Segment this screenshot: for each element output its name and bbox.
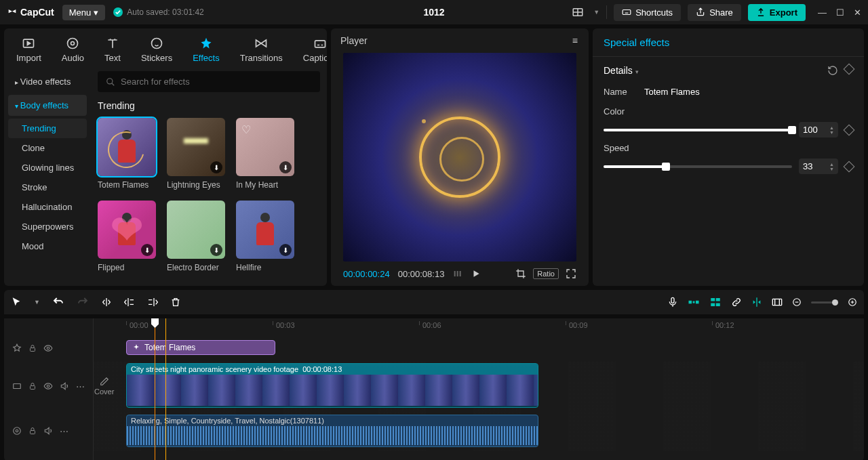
speed-value-input[interactable]: 33 ▲▼ bbox=[799, 159, 838, 174]
play-button[interactable] bbox=[471, 269, 481, 278]
effect-item[interactable]: ⬇Lightning Eyes bbox=[167, 118, 225, 190]
maximize-button[interactable]: ☐ bbox=[836, 7, 844, 18]
video-track[interactable]: City streets night panoramic scenery vid… bbox=[94, 362, 864, 411]
effect-item[interactable]: ⬇Hellfire bbox=[236, 201, 294, 272]
lib-tab-audio[interactable]: Audio bbox=[54, 34, 92, 66]
mic-icon[interactable] bbox=[667, 297, 678, 308]
eye-icon[interactable] bbox=[43, 381, 53, 391]
shortcuts-button[interactable]: Shortcuts bbox=[614, 4, 681, 21]
delete-tool[interactable] bbox=[170, 297, 181, 308]
lib-tab-stickers[interactable]: Stickers bbox=[133, 34, 180, 66]
color-slider[interactable] bbox=[604, 129, 792, 131]
category-body-effects[interactable]: Body effects bbox=[8, 95, 87, 116]
preview-axis-icon[interactable] bbox=[751, 297, 762, 308]
stepper-arrows[interactable]: ▲▼ bbox=[829, 125, 834, 135]
undo-button[interactable] bbox=[52, 296, 64, 308]
video-clip-name: City streets night panoramic scenery vid… bbox=[131, 365, 298, 373]
subcat-trending[interactable]: Trending bbox=[8, 119, 87, 138]
audio-track-icon[interactable] bbox=[12, 426, 22, 436]
subcat-hallucination[interactable]: Hallucination bbox=[8, 197, 87, 217]
star-icon[interactable] bbox=[12, 343, 22, 353]
pointer-tool[interactable] bbox=[11, 297, 22, 308]
zoom-in-icon[interactable] bbox=[848, 297, 857, 307]
linkage-icon[interactable] bbox=[731, 297, 742, 308]
subcat-clone[interactable]: Clone bbox=[8, 138, 87, 158]
category-video-effects[interactable]: Video effects bbox=[8, 71, 87, 92]
fullscreen-icon[interactable] bbox=[566, 268, 576, 279]
lib-tab-transitions[interactable]: Transitions bbox=[232, 34, 291, 66]
audio-track[interactable]: Relaxing, Simple, Countryside, Travel, N… bbox=[94, 411, 864, 451]
mute-icon[interactable] bbox=[60, 381, 69, 391]
subcat-stroke[interactable]: Stroke bbox=[8, 177, 87, 197]
export-button[interactable]: Export bbox=[748, 4, 806, 21]
lib-tab-text[interactable]: Text bbox=[96, 34, 129, 66]
svg-rect-13 bbox=[689, 301, 692, 304]
download-icon[interactable]: ⬇ bbox=[210, 161, 222, 173]
menu-button[interactable]: Menu ▾ bbox=[62, 5, 106, 20]
ratio-button[interactable]: Ratio bbox=[533, 268, 559, 279]
audio-clip[interactable]: Relaxing, Simple, Countryside, Travel, N… bbox=[126, 415, 538, 447]
video-track-icon[interactable] bbox=[12, 381, 22, 391]
download-icon[interactable]: ⬇ bbox=[141, 244, 153, 256]
project-title[interactable]: 1012 bbox=[423, 7, 444, 18]
player-menu-icon[interactable]: ≡ bbox=[572, 35, 579, 46]
video-clip[interactable]: City streets night panoramic scenery vid… bbox=[126, 363, 538, 408]
effect-item[interactable]: ⬇Electro Border bbox=[167, 201, 225, 272]
video-preview[interactable] bbox=[343, 53, 576, 262]
subcat-mood[interactable]: Mood bbox=[8, 236, 87, 256]
effect-thumb: ⬇ bbox=[167, 201, 225, 259]
download-icon[interactable]: ⬇ bbox=[279, 161, 292, 173]
keyframe-icon[interactable] bbox=[844, 124, 855, 135]
color-value-input[interactable]: 100 ▲▼ bbox=[799, 122, 838, 138]
eye-icon[interactable] bbox=[43, 343, 53, 353]
lib-tab-effects[interactable]: Effects bbox=[184, 34, 228, 66]
split-tool[interactable] bbox=[101, 297, 112, 308]
details-toggle[interactable]: Details ▾ bbox=[604, 65, 639, 76]
chevron-down-icon[interactable]: ▼ bbox=[593, 9, 599, 16]
more-icon[interactable]: ⋯ bbox=[76, 381, 85, 392]
lib-tab-import[interactable]: Import bbox=[8, 34, 50, 66]
keyframe-icon[interactable] bbox=[844, 161, 855, 172]
tab-label: Captions bbox=[303, 53, 327, 63]
lock-icon[interactable] bbox=[28, 427, 37, 435]
reset-icon[interactable] bbox=[827, 65, 838, 76]
zoom-out-icon[interactable] bbox=[792, 297, 802, 307]
lock-icon[interactable] bbox=[28, 344, 37, 352]
search-field[interactable] bbox=[121, 77, 312, 87]
time-ruler[interactable]: 00:0000:0300:0600:0900:12 bbox=[94, 318, 864, 335]
autosave-text: Auto saved: 03:01:42 bbox=[127, 7, 203, 17]
download-icon[interactable]: ⬇ bbox=[210, 244, 222, 256]
zoom-slider[interactable] bbox=[811, 301, 838, 304]
search-input[interactable] bbox=[98, 71, 320, 92]
subcat-glowing-lines[interactable]: Glowing lines bbox=[8, 158, 87, 177]
close-button[interactable]: ✕ bbox=[854, 7, 861, 18]
playhead[interactable] bbox=[155, 318, 155, 460]
effect-item[interactable]: ⬇In My Heart bbox=[236, 118, 294, 190]
redo-button[interactable] bbox=[77, 296, 89, 308]
effect-clip[interactable]: Totem Flames bbox=[126, 340, 275, 355]
speed-slider[interactable] bbox=[604, 165, 792, 168]
share-button[interactable]: Share bbox=[688, 4, 741, 21]
auto-snap-icon[interactable] bbox=[709, 297, 722, 308]
main-track-magnet-icon[interactable] bbox=[688, 297, 700, 307]
capcut-icon bbox=[7, 7, 18, 18]
trim-right-tool[interactable] bbox=[147, 297, 158, 308]
trim-left-tool[interactable] bbox=[124, 297, 135, 308]
effect-track[interactable]: Totem Flames bbox=[94, 335, 864, 362]
crop-icon[interactable] bbox=[515, 268, 526, 279]
effect-item[interactable]: Totem Flames bbox=[98, 118, 156, 190]
minimize-button[interactable]: — bbox=[818, 7, 827, 18]
subcat-superpowers[interactable]: Superpowers bbox=[8, 217, 87, 236]
stepper-arrows[interactable]: ▲▼ bbox=[829, 162, 834, 171]
effect-item[interactable]: ⬇Flipped bbox=[98, 201, 156, 272]
lib-tab-captions[interactable]: Captions bbox=[295, 34, 327, 66]
download-icon[interactable]: ⬇ bbox=[279, 244, 292, 256]
chevron-down-icon[interactable]: ▼ bbox=[34, 299, 40, 306]
mute-icon[interactable] bbox=[43, 426, 53, 436]
lock-icon[interactable] bbox=[28, 382, 37, 390]
layout-icon[interactable] bbox=[569, 3, 587, 21]
more-icon[interactable]: ⋯ bbox=[60, 426, 68, 436]
compare-icon[interactable] bbox=[452, 268, 463, 279]
keyframe-icon[interactable] bbox=[844, 64, 855, 75]
blank-clip-icon[interactable] bbox=[772, 297, 783, 307]
